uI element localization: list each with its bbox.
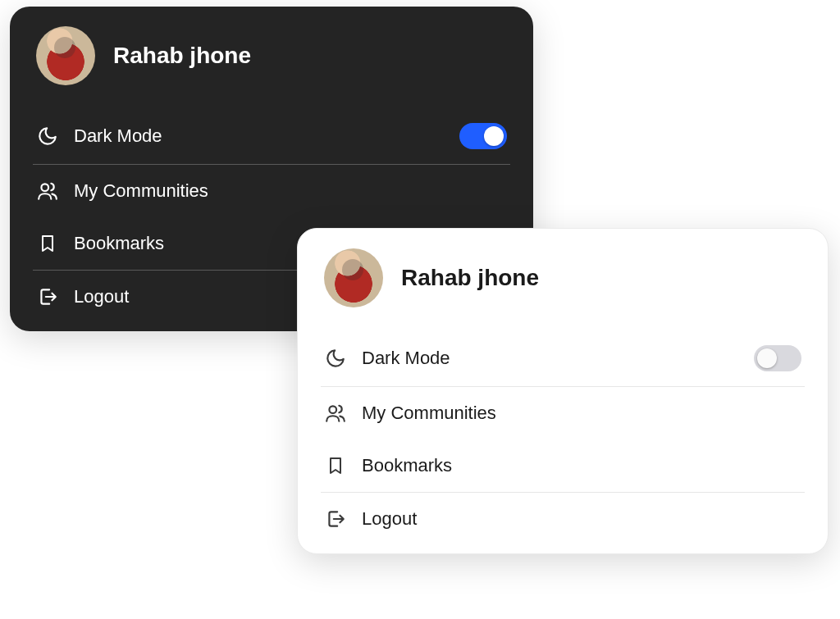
moon-icon bbox=[36, 125, 59, 148]
avatar bbox=[324, 248, 383, 307]
dark-mode-toggle[interactable] bbox=[754, 345, 801, 371]
profile-row[interactable]: Rahab jhone bbox=[33, 26, 510, 85]
username: Rahab jhone bbox=[401, 265, 539, 291]
people-icon bbox=[36, 180, 59, 203]
menu-card-light: Rahab jhone Dark Mode My Communities Boo… bbox=[297, 228, 829, 554]
svg-point-1 bbox=[329, 406, 336, 413]
menu-item-bookmarks[interactable]: Bookmarks bbox=[321, 439, 805, 492]
bookmark-icon bbox=[324, 454, 347, 477]
menu-item-logout[interactable]: Logout bbox=[321, 493, 805, 545]
menu-item-label: Logout bbox=[362, 508, 801, 530]
profile-row[interactable]: Rahab jhone bbox=[321, 248, 805, 307]
menu-item-label: My Communities bbox=[74, 180, 507, 202]
menu-item-dark-mode[interactable]: Dark Mode bbox=[33, 108, 510, 164]
moon-icon bbox=[324, 347, 347, 370]
logout-icon bbox=[324, 507, 347, 530]
username: Rahab jhone bbox=[113, 43, 251, 69]
svg-point-0 bbox=[41, 184, 48, 191]
bookmark-icon bbox=[36, 232, 59, 255]
people-icon bbox=[324, 402, 347, 425]
menu-item-communities[interactable]: My Communities bbox=[33, 165, 510, 217]
logout-icon bbox=[36, 285, 59, 308]
menu-item-label: Dark Mode bbox=[362, 348, 739, 369]
menu-item-label: My Communities bbox=[362, 403, 801, 424]
menu-item-label: Dark Mode bbox=[74, 125, 445, 147]
menu-item-communities[interactable]: My Communities bbox=[321, 387, 805, 439]
avatar bbox=[36, 26, 95, 85]
menu-item-label: Bookmarks bbox=[362, 455, 801, 476]
menu-item-dark-mode[interactable]: Dark Mode bbox=[321, 330, 805, 386]
dark-mode-toggle[interactable] bbox=[459, 123, 507, 149]
